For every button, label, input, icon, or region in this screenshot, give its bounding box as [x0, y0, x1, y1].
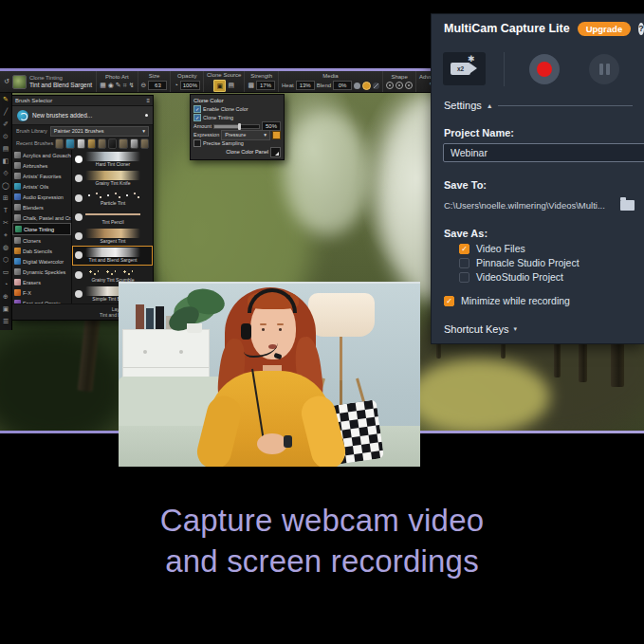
paper-tool-icon[interactable]: ▤ [3, 142, 9, 155]
recent-brush-icon[interactable] [108, 138, 117, 149]
clone-tinting-checkbox[interactable]: ✓ [193, 114, 201, 121]
brush-category-item-selected[interactable]: Clone Tinting [12, 223, 71, 235]
expression-invert-icon[interactable] [272, 131, 281, 139]
photo-art-icon[interactable]: ⌗ [123, 82, 127, 89]
clone-color-panel-button[interactable]: Clone Color Panel [226, 149, 268, 155]
photo-art-icon[interactable]: ▦ [100, 82, 106, 89]
line-tool-icon[interactable]: ╱ [4, 105, 8, 118]
recent-brush-icon[interactable] [130, 138, 138, 149]
clone-source-icon[interactable]: ▣ [213, 80, 226, 92]
crop-tool-icon[interactable]: ⌖ [4, 229, 8, 241]
opacity-value[interactable]: 100% [180, 81, 200, 90]
photo-art-icon[interactable]: ↯ [129, 82, 135, 89]
project-name-input[interactable] [443, 143, 644, 162]
brush-library-dropdown[interactable]: Painter 2021 Brushes ▾ [50, 126, 149, 137]
brush-category-item[interactable]: Dynamic Speckles [12, 267, 71, 277]
clone-color-panel-icon[interactable] [270, 147, 281, 157]
media-dry-icon[interactable] [354, 83, 360, 89]
precise-sampling-checkbox[interactable] [193, 139, 201, 147]
size-value[interactable]: 63 [148, 81, 167, 90]
chevron-up-icon: ▲ [487, 102, 493, 109]
shape-flat-icon[interactable] [396, 82, 403, 89]
ellipse-tool-icon[interactable]: ◯ [2, 179, 9, 192]
recent-brush-icon[interactable] [119, 138, 127, 149]
pen-tool-icon[interactable]: ✐ [3, 118, 9, 130]
brush-category-item[interactable]: Blenders [12, 202, 71, 212]
brush-category-item[interactable]: Artists' Oils [12, 181, 71, 192]
blend-value[interactable]: 0% [333, 81, 352, 90]
brush-variant-item-selected[interactable]: Tint and Blend Sargent [72, 246, 153, 265]
recent-brush-icon[interactable] [140, 138, 149, 149]
reset-tool-icon[interactable]: ↺ [4, 78, 9, 85]
fill-tool-icon[interactable]: ◧ [3, 155, 9, 167]
variant-icon [75, 156, 83, 163]
save-as-option[interactable]: ✓ Video Files [459, 243, 525, 254]
clone-tool-icon[interactable]: ◍ [3, 241, 9, 253]
brush-selector-header[interactable]: Brush Selector ≡ [12, 96, 153, 106]
brush-variant-item[interactable]: Hard Tint Cloner [72, 150, 153, 169]
media-selected-icon[interactable] [362, 82, 371, 90]
panel-menu-icon[interactable]: ≡ [146, 98, 150, 103]
brush-variant-item[interactable]: Sargent Tint [72, 227, 153, 246]
dodge-tool-icon[interactable]: ◔ [4, 278, 8, 290]
media-wet-icon[interactable] [373, 83, 379, 89]
settings-toggle[interactable]: Settings ▲ [444, 100, 633, 111]
upgrade-button[interactable]: Upgrade [578, 22, 632, 36]
transform-tool-icon[interactable]: ⟐ [3, 167, 9, 179]
amount-slider[interactable] [213, 124, 260, 129]
expression-dropdown[interactable]: Pressure ▾ [221, 130, 270, 140]
brush-category-item[interactable]: Chalk, Pastel and Crayons [12, 212, 71, 223]
help-icon[interactable]: ? [638, 23, 644, 35]
brush-variant-item[interactable]: Grainy Tint Knife [72, 169, 153, 188]
shape-tool-icon[interactable]: ⬡ [3, 253, 9, 266]
brush-variant-item[interactable]: Particle Tint [72, 189, 153, 208]
heat-value[interactable]: 13% [296, 81, 315, 90]
grid-tool-icon[interactable]: ⊞ [3, 192, 9, 204]
brush-dab-thumbnail[interactable] [12, 75, 27, 89]
checkbox-checked[interactable]: ✓ [459, 244, 469, 254]
layer-tool-icon[interactable]: ▣ [3, 303, 9, 315]
pause-button[interactable] [589, 54, 619, 84]
brush-variant-item[interactable]: Tint Pencil [72, 208, 153, 227]
recent-brush-icon[interactable] [98, 138, 106, 149]
checkbox-checked[interactable]: ✓ [444, 296, 454, 306]
option-label: VideoStudio Project [476, 271, 563, 283]
menu-tool-icon[interactable]: ☰ [3, 315, 9, 327]
brush-category-item[interactable]: Digital Watercolor [12, 256, 71, 267]
text-tool-icon[interactable]: T [4, 204, 8, 216]
dropper-tool-icon[interactable]: ⊙ [3, 130, 9, 142]
recent-brush-icon[interactable] [55, 138, 64, 149]
magnify-tool-icon[interactable]: ⊕ [3, 290, 9, 303]
clone-stamp-icon[interactable]: ▤ [228, 82, 234, 89]
brush-category-item[interactable]: Artists' Favorites [12, 171, 71, 181]
rect-tool-icon[interactable]: ▭ [3, 266, 9, 278]
save-as-option[interactable]: Pinnacle Studio Project [459, 257, 580, 268]
strength-value[interactable]: 17% [256, 81, 275, 90]
recent-brush-icon[interactable] [77, 138, 85, 149]
shortcut-keys-toggle[interactable]: Shortcut Keys ▾ [444, 323, 517, 335]
shape-round-icon[interactable] [386, 82, 394, 89]
shape-bristle-icon[interactable] [405, 82, 413, 89]
brush-category-item[interactable]: Acrylics and Gouache [12, 150, 71, 160]
minimize-while-recording-option[interactable]: ✓ Minimize while recording [444, 295, 570, 306]
notification-dot-icon[interactable] [145, 114, 148, 117]
brush-tool-icon[interactable]: ✎ [3, 93, 9, 105]
save-as-option[interactable]: VideoStudio Project [459, 271, 563, 283]
brush-category-item[interactable]: Airbrushes [12, 160, 71, 171]
brush-category-item[interactable]: F-X [12, 287, 71, 298]
scissors-tool-icon[interactable]: ✂ [3, 216, 9, 229]
brush-category-item[interactable]: Erasers [12, 277, 71, 287]
brush-category-item[interactable]: Audio Expression [12, 192, 71, 202]
capture-sources-button[interactable]: x2 ✱ [443, 52, 486, 85]
brush-category-item[interactable]: Dab Stencils [12, 246, 71, 256]
recent-brush-icon[interactable] [65, 138, 74, 149]
record-button[interactable] [529, 54, 560, 84]
recent-brush-icon[interactable] [87, 138, 96, 149]
brush-category-item[interactable]: Cloners [12, 235, 71, 246]
folder-icon[interactable] [620, 200, 635, 211]
photo-art-icon[interactable]: ✎ [116, 82, 121, 89]
checkbox-unchecked[interactable] [459, 258, 469, 268]
enable-clone-color-checkbox[interactable]: ✓ [193, 105, 201, 113]
photo-art-icon[interactable]: ◉ [108, 82, 114, 89]
checkbox-unchecked[interactable] [459, 272, 469, 283]
